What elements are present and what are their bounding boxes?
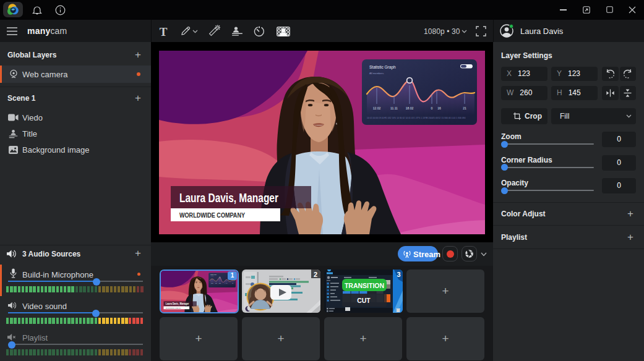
svg-text:0: 0 [431, 106, 433, 110]
svg-text:TRANSITION: TRANSITION [345, 282, 384, 289]
svg-text:21: 21 [463, 106, 466, 110]
svg-text:Laura Davis, Manager: Laura Davis, Manager [179, 191, 278, 205]
svg-text:All members: All members [369, 72, 384, 75]
svg-text:2: 2 [314, 271, 317, 278]
svg-text:12.02: 12.02 [373, 106, 381, 110]
svg-text:Statistic Graph: Statistic Graph [369, 65, 396, 70]
svg-text:18.02: 18.02 [406, 106, 414, 110]
svg-text:16: 16 [437, 106, 441, 110]
svg-text:3: 3 [397, 271, 400, 278]
svg-text:14:01 00:06:19 00:R1:032 16: 14:01 00:06:19 00:R1:032 16% 14:30:02 14… [367, 117, 466, 119]
svg-text:11.11: 11.11 [390, 106, 398, 110]
svg-text:CUT: CUT [357, 297, 371, 304]
svg-text:WORLDWIDE COMPANY: WORLDWIDE COMPANY [179, 211, 245, 219]
